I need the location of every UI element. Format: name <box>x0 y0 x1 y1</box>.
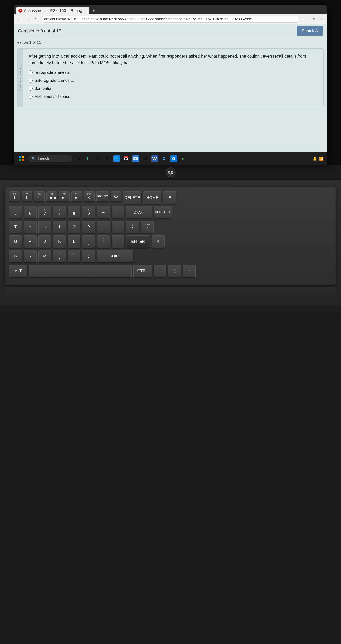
radio-3[interactable] <box>28 94 32 99</box>
key-f9[interactable]: F9|◄◄ <box>46 192 57 202</box>
taskbar-icon-edge[interactable]: 🌐 <box>113 155 120 162</box>
taskbar-icon-settings[interactable]: ⚙ <box>161 155 168 162</box>
key-7-home[interactable]: HOME7 <box>141 221 154 234</box>
taskbar-search[interactable]: 🔍 Search <box>28 155 72 162</box>
key-4[interactable]: 4 <box>152 235 165 248</box>
key-prtsc[interactable]: PRT SC <box>96 192 109 202</box>
key-quote[interactable]: "' <box>97 235 110 248</box>
taskbar-icon-check[interactable]: ✔ <box>180 155 187 162</box>
question-next-chevron[interactable]: › <box>43 40 45 45</box>
key-n[interactable]: N <box>24 250 36 263</box>
key-f10[interactable]: F10►II <box>59 192 70 202</box>
answer-label-2: dementia. <box>35 86 52 91</box>
question-card: © Macmillan Learning After getting into … <box>17 48 324 107</box>
key-f11[interactable]: F11►| <box>71 192 82 202</box>
laptop-shell: M Assessment – PSY 150 – Spring ✕ + ← → … <box>0 0 341 312</box>
radio-1[interactable] <box>28 78 32 82</box>
radio-2[interactable] <box>28 86 32 90</box>
key-numlock[interactable]: NUM LOCK <box>154 206 172 219</box>
key-bracket-close[interactable]: }] <box>111 221 124 234</box>
key-arrow-right[interactable]: › <box>183 265 196 278</box>
key-slash[interactable]: ?/ <box>82 250 95 263</box>
browser-tab[interactable]: M Assessment – PSY 150 – Spring ✕ <box>16 7 90 14</box>
key-f5[interactable]: F5d- <box>9 192 20 202</box>
wifi-icon[interactable]: 📶 <box>319 156 324 161</box>
key-backspace[interactable]: BKSP <box>126 206 152 219</box>
key-0[interactable]: )0 <box>82 206 95 219</box>
taskbar-icon-l[interactable]: L <box>85 155 92 162</box>
key-power[interactable]: ⏻ <box>111 192 121 202</box>
submit-button[interactable]: Submit A <box>297 26 323 36</box>
answer-option-0[interactable]: retrograde amnesia. <box>28 70 319 75</box>
key-f8[interactable]: F8↔ <box>34 192 45 202</box>
key-alt[interactable]: ALT <box>9 265 27 278</box>
answer-option-2[interactable]: dementia. <box>28 86 319 91</box>
key-l[interactable]: L <box>68 235 80 248</box>
key-ctrl-right[interactable]: CTRL <box>133 265 152 278</box>
key-period[interactable]: . <box>111 235 124 248</box>
favorites-button[interactable]: ☆ <box>319 16 325 22</box>
key-9[interactable]: (9 <box>68 206 80 219</box>
browser-menu-button[interactable]: ⋯ <box>302 16 308 22</box>
key-o[interactable]: O <box>68 221 80 234</box>
function-key-row: F5d- F6d+ F8↔ F9|◄◄ F10►II F11►| F12◊ PR… <box>9 192 332 204</box>
answer-option-3[interactable]: Alzheimer's disease. <box>28 94 319 99</box>
key-f6[interactable]: F6d+ <box>21 192 32 202</box>
taskbar-icon-shield[interactable]: 🛡 <box>142 155 149 162</box>
taskbar-icon-outlook[interactable]: O <box>170 155 177 162</box>
key-7[interactable]: &7 <box>38 206 51 219</box>
refresh-button[interactable]: ↻ <box>33 16 39 22</box>
key-t[interactable]: T <box>9 221 22 234</box>
url-bar[interactable]: om/courses/c4671d31-7b7c-4a32-b9ac-67787… <box>41 16 300 22</box>
taskbar-icon-desktop[interactable]: 🖥 <box>94 155 101 162</box>
key-u[interactable]: U <box>38 221 51 234</box>
key-f12[interactable]: F12◊ <box>84 192 94 202</box>
search-label: Search <box>37 156 49 161</box>
key-k[interactable]: K <box>53 235 66 248</box>
key-semicolon[interactable]: :; <box>82 235 95 248</box>
split-view-button[interactable]: ⧉ <box>310 16 317 22</box>
key-6[interactable]: ^6 <box>24 206 36 219</box>
key-backslash[interactable]: |\ <box>126 221 139 234</box>
hp-logo: hp <box>166 168 176 177</box>
key-minus[interactable]: – <box>97 206 110 219</box>
key-m[interactable]: M <box>38 250 51 263</box>
key-spacebar[interactable] <box>29 265 132 278</box>
search-icon: 🔍 <box>32 157 36 161</box>
key-home[interactable]: HOME <box>143 192 161 204</box>
system-tray-expand[interactable]: ∧ <box>308 156 311 161</box>
forward-button[interactable]: → <box>24 16 31 22</box>
answer-option-1[interactable]: anterograde amnesia. <box>28 78 319 83</box>
new-tab-button[interactable]: + <box>91 8 96 14</box>
key-5[interactable]: %5 <box>9 206 22 219</box>
key-8[interactable]: *8 <box>53 206 66 219</box>
radio-0[interactable] <box>28 70 32 74</box>
key-dot[interactable]: >. <box>68 250 80 263</box>
key-shift-right[interactable]: SHIFT <box>97 250 133 263</box>
key-arrow-left[interactable]: ‹ <box>154 265 166 278</box>
key-p[interactable]: P <box>82 221 95 234</box>
notification-icon[interactable]: 🔔 <box>313 156 317 161</box>
key-y[interactable]: Y <box>24 221 36 234</box>
key-enter[interactable]: ENTER <box>126 235 150 248</box>
taskbar-icon-word[interactable]: W <box>151 155 158 162</box>
tab-close-button[interactable]: ✕ <box>83 9 87 12</box>
key-delete[interactable]: DELETE <box>123 192 141 204</box>
key-b[interactable]: B <box>9 250 22 263</box>
key-h[interactable]: H <box>24 235 36 248</box>
key-bracket-open[interactable]: {[ <box>97 221 110 234</box>
taskbar-icon-calendar[interactable]: 📅 <box>123 155 130 162</box>
back-button[interactable]: ← <box>16 16 22 22</box>
key-comma[interactable]: <, <box>53 250 66 263</box>
key-g[interactable]: G <box>9 235 22 248</box>
key-i[interactable]: I <box>53 221 66 234</box>
taskbar-icon-mail[interactable]: 📧 <box>132 155 139 162</box>
key-j[interactable]: J <box>38 235 51 248</box>
progress-text: Completed 0 out of 15 <box>18 28 61 34</box>
key-equals[interactable]: += <box>111 206 124 219</box>
key-e[interactable]: E <box>163 192 176 204</box>
key-arrow-updown[interactable]: ∧∨ <box>168 265 181 278</box>
taskbar-icon-notes[interactable]: 🗒 <box>104 155 111 162</box>
taskbar-icon-files[interactable]: 🗂 <box>75 155 82 162</box>
start-button[interactable] <box>17 155 25 163</box>
